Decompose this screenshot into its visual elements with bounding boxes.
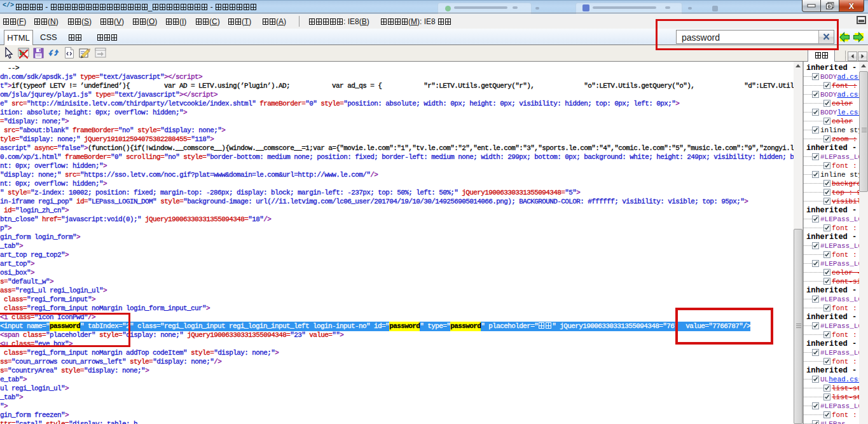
- svg-text:X: X: [849, 2, 855, 10]
